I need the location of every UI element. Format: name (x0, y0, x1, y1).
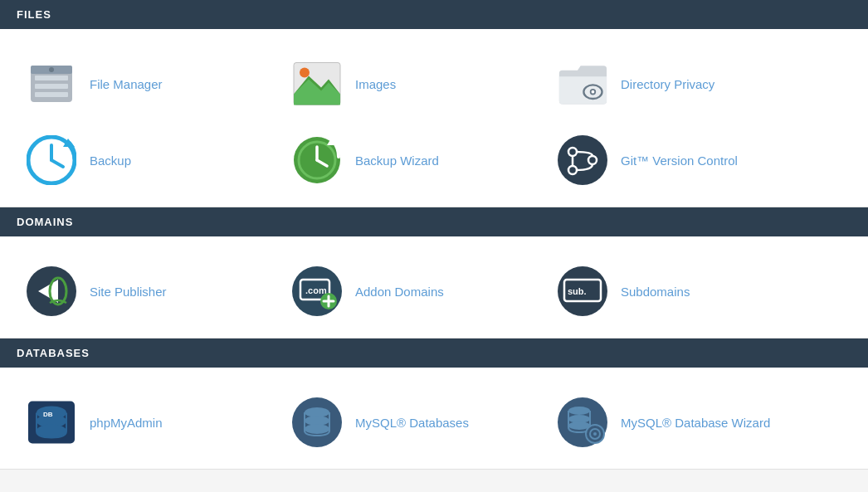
section-files: FILESFile ManagerImagesDirectory Privacy… (0, 0, 868, 207)
label-file-manager: File Manager (90, 77, 163, 91)
icon-phpmyadmin (25, 396, 78, 449)
label-directory-privacy: Directory Privacy (621, 77, 714, 91)
item-subdomains[interactable]: Subdomains (548, 253, 813, 329)
item-git-version-control[interactable]: Git™ Version Control (548, 122, 813, 198)
label-mysql-databases: MySQL® Databases (355, 416, 469, 430)
item-mysql-database-wizard[interactable]: MySQL® Database Wizard (548, 384, 813, 460)
section-domains: DOMAINSSite PublisherAddon DomainsSubdom… (0, 207, 868, 339)
section-header-files: FILES (0, 0, 868, 29)
icon-file-manager (25, 57, 78, 110)
item-backup-wizard[interactable]: Backup Wizard (282, 122, 548, 198)
icon-git-version-control (556, 134, 609, 187)
app-container: FILESFile ManagerImagesDirectory Privacy… (0, 0, 868, 470)
section-header-databases: DATABASES (0, 339, 868, 368)
icon-images (290, 57, 344, 110)
section-body-files: File ManagerImagesDirectory PrivacyBacku… (0, 29, 868, 207)
icon-mysql-database-wizard (556, 396, 609, 449)
icon-backup (25, 134, 78, 187)
item-file-manager[interactable]: File Manager (17, 46, 282, 122)
label-git-version-control: Git™ Version Control (621, 153, 738, 168)
label-phpmyadmin: phpMyAdmin (90, 416, 163, 430)
section-body-databases: phpMyAdminMySQL® DatabasesMySQL® Databas… (0, 368, 868, 470)
label-subdomains: Subdomains (621, 285, 690, 299)
item-addon-domains[interactable]: Addon Domains (282, 253, 548, 329)
label-images: Images (355, 77, 396, 91)
icon-site-publisher (25, 265, 78, 318)
icon-addon-domains (290, 265, 344, 318)
icon-backup-wizard (290, 134, 344, 187)
icon-mysql-databases (290, 396, 344, 449)
item-backup[interactable]: Backup (17, 122, 282, 198)
section-body-domains: Site PublisherAddon DomainsSubdomains (0, 236, 868, 339)
item-site-publisher[interactable]: Site Publisher (17, 253, 282, 329)
section-header-domains: DOMAINS (0, 207, 868, 236)
label-mysql-database-wizard: MySQL® Database Wizard (621, 416, 770, 430)
label-addon-domains: Addon Domains (355, 285, 444, 299)
icon-subdomains (556, 265, 609, 318)
label-site-publisher: Site Publisher (90, 285, 167, 299)
section-databases: DATABASESphpMyAdminMySQL® DatabasesMySQL… (0, 339, 868, 470)
label-backup-wizard: Backup Wizard (355, 153, 439, 168)
item-images[interactable]: Images (282, 46, 548, 122)
label-backup: Backup (90, 153, 131, 168)
item-phpmyadmin[interactable]: phpMyAdmin (17, 384, 282, 460)
icon-directory-privacy (556, 57, 609, 110)
item-mysql-databases[interactable]: MySQL® Databases (282, 384, 548, 460)
item-directory-privacy[interactable]: Directory Privacy (548, 46, 813, 122)
